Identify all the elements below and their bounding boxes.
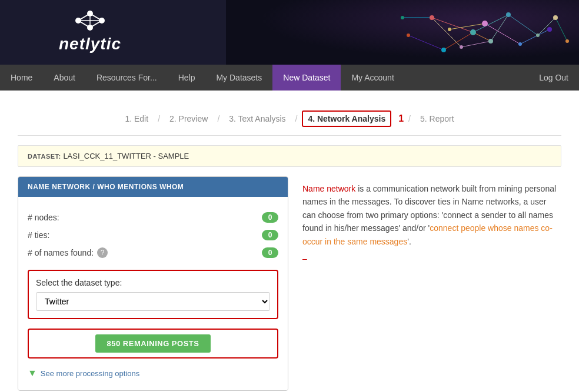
svg-point-37 [407, 33, 410, 37]
svg-point-36 [547, 27, 552, 32]
network-background [226, 0, 579, 65]
nav-new-dataset[interactable]: New Dataset [272, 65, 341, 91]
divider-2: / [217, 114, 219, 123]
nav-home[interactable]: Home [0, 65, 43, 91]
svg-point-34 [482, 21, 488, 26]
stat-nodes-label: # nodes: [28, 213, 59, 222]
left-panel: NAME NETWORK / WHO MENTIONS WHOM # nodes… [18, 176, 288, 391]
nav-help[interactable]: Help [168, 65, 206, 91]
stat-names-label: # of names found: ? [28, 247, 108, 258]
right-panel: Name network is a communication network … [302, 176, 561, 391]
nav-my-datasets[interactable]: My Datasets [205, 65, 272, 91]
info-footnote: – [302, 254, 561, 263]
svg-line-6 [90, 21, 102, 28]
svg-rect-10 [226, 0, 579, 65]
svg-point-32 [488, 39, 493, 43]
help-icon[interactable]: ? [97, 247, 108, 258]
svg-point-28 [506, 12, 511, 17]
stat-ties-value: 0 [262, 230, 278, 240]
panel-body: # nodes: 0 # ties: 0 # of names found: ? [18, 197, 288, 390]
divider-3: / [295, 114, 298, 123]
nav-about[interactable]: About [43, 65, 86, 91]
stat-names-value: 0 [262, 247, 278, 258]
info-text-2: '. [407, 237, 411, 246]
info-text: Name network is a communication network … [302, 182, 561, 248]
steps-bar: 1. Edit / 2. Preview / 3. Text Analysis … [18, 102, 561, 136]
panel-header: NAME NETWORK / WHO MENTIONS WHOM [18, 177, 288, 197]
step-report[interactable]: 5. Report [415, 112, 459, 126]
stat-names: # of names found: ? 0 [28, 244, 278, 262]
nav-resources[interactable]: Resources For... [86, 65, 168, 91]
select-label: Select the dataset type: [36, 278, 270, 287]
annotation-badge-3: 3 [288, 337, 288, 350]
see-more-label: See more processing options [41, 369, 139, 378]
logo-text: netlytic [59, 35, 121, 53]
svg-line-5 [90, 14, 102, 21]
step-text-analysis[interactable]: 3. Text Analysis [224, 112, 290, 126]
svg-point-38 [441, 48, 446, 52]
svg-point-30 [553, 15, 558, 20]
step-network-analysis[interactable]: 4. Network Analysis [302, 110, 391, 127]
dataset-prefix: DATASET: [28, 153, 61, 160]
nav-my-account[interactable]: My Account [341, 65, 404, 91]
dataset-name: LASI_CCK_11_TWITTER - SAMPLE [63, 152, 189, 160]
annotation-badge-2: 2 [288, 289, 288, 301]
dataset-bar: DATASET: LASI_CCK_11_TWITTER - SAMPLE [18, 145, 561, 167]
step-edit[interactable]: 1. Edit [120, 112, 153, 126]
see-more-link[interactable]: ▼ See more processing options [28, 368, 278, 378]
svg-point-35 [518, 42, 522, 46]
svg-point-39 [401, 16, 404, 19]
main-layout: NAME NETWORK / WHO MENTIONS WHOM # nodes… [18, 176, 561, 391]
svg-point-26 [430, 15, 434, 20]
annotation-badge-1: 1 [398, 113, 404, 124]
stat-nodes: # nodes: 0 [28, 209, 278, 226]
svg-point-33 [448, 28, 451, 31]
stat-ties-label: # ties: [28, 230, 49, 240]
info-name-network: Name network [302, 184, 355, 193]
nav-logout[interactable]: Log Out [528, 65, 579, 91]
divider-4: / [408, 114, 411, 123]
main-content: 1. Edit / 2. Preview / 3. Text Analysis … [0, 91, 579, 392]
select-section: Select the dataset type: Twitter Faceboo… [28, 270, 278, 319]
svg-line-4 [78, 14, 90, 21]
stat-ties: # ties: 0 [28, 226, 278, 244]
svg-point-27 [470, 29, 476, 35]
svg-point-31 [460, 45, 463, 49]
stat-nodes-value: 0 [262, 212, 278, 223]
dataset-type-select[interactable]: Twitter Facebook LinkedIn Discussion For… [36, 292, 270, 311]
svg-point-40 [565, 39, 569, 43]
svg-line-7 [78, 21, 90, 28]
navigation: Home About Resources For... Help My Data… [0, 65, 579, 91]
process-button-wrapper: 850 REMAINING POSTS [28, 329, 278, 359]
header: netlytic [0, 0, 579, 65]
svg-point-29 [536, 33, 540, 37]
step-preview[interactable]: 2. Preview [165, 112, 212, 126]
logo: netlytic [59, 9, 121, 53]
arrow-down-icon: ▼ [28, 368, 37, 378]
process-button[interactable]: 850 REMAINING POSTS [95, 334, 211, 353]
logo-icon [72, 9, 108, 32]
divider-1: / [158, 114, 160, 123]
